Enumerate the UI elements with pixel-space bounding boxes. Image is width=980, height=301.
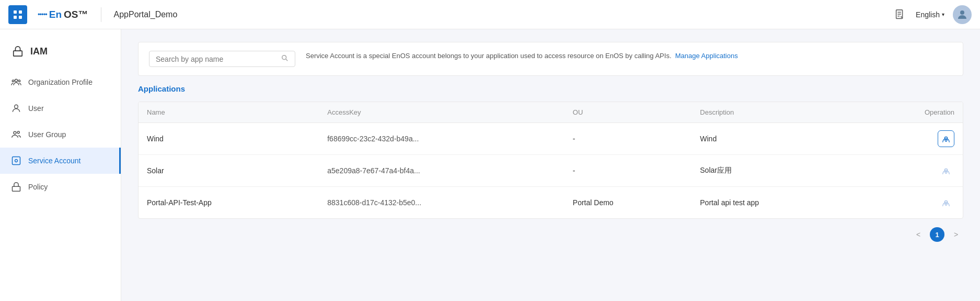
cell-description: Solar应用 (691, 155, 859, 187)
sidebar-header: IAM (0, 36, 121, 69)
prev-page-button[interactable]: < (911, 227, 926, 242)
iam-icon (10, 44, 25, 59)
nav-divider (101, 7, 101, 22)
svg-point-17 (15, 160, 18, 162)
user-icon (10, 103, 22, 114)
sidebar-item-user-group[interactable]: User Group (0, 121, 121, 148)
sidebar-item-label: Policy (28, 183, 48, 191)
table-row: Portal-API-Test-App 8831c608-d17c-4132-b… (139, 187, 963, 219)
svg-rect-0 (14, 10, 17, 14)
svg-point-12 (18, 80, 20, 82)
sidebar-item-label: Service Account (28, 157, 80, 165)
cell-accesskey: 8831c608-d17c-4132-b5e0... (319, 187, 564, 219)
col-accesskey: AccessKey (319, 102, 564, 123)
search-icon (281, 54, 289, 63)
info-description: Service Account is a special EnOS accoun… (306, 51, 952, 62)
svg-rect-18 (13, 186, 20, 191)
svg-point-10 (15, 79, 18, 82)
svg-rect-16 (13, 157, 20, 165)
pagination: < 1 > (138, 219, 963, 250)
table-row: Wind f68699cc-23c2-432d-b49a... - Wind (139, 123, 963, 155)
manage-applications-link[interactable]: Manage Applications (675, 52, 738, 60)
group-icon (10, 129, 22, 140)
cell-ou: Portal Demo (564, 187, 691, 219)
manage-icon[interactable] (938, 130, 954, 147)
chevron-down-icon: ▾ (942, 12, 944, 17)
table-row: Solar a5e209a8-7e67-47a4-bf4a... - Solar… (139, 155, 963, 187)
svg-rect-1 (19, 10, 22, 14)
svg-point-22 (944, 169, 947, 171)
cell-accesskey: a5e209a8-7e67-47a4-bf4a... (319, 155, 564, 187)
col-name: Name (139, 102, 319, 123)
svg-point-19 (282, 55, 286, 60)
col-description: Description (691, 102, 859, 123)
svg-point-23 (944, 200, 947, 203)
svg-rect-2 (14, 16, 17, 19)
doc-icon[interactable] (893, 7, 907, 22)
cell-operation (859, 155, 963, 187)
sidebar-item-org-profile[interactable]: Organization Profile (0, 69, 121, 95)
cell-accesskey: f68699cc-23c2-432d-b49a... (319, 123, 564, 155)
sidebar-item-policy[interactable]: Policy (0, 174, 121, 200)
svg-point-11 (12, 80, 14, 82)
page-number[interactable]: 1 (930, 227, 944, 242)
cell-description: Portal api test app (691, 187, 859, 219)
avatar[interactable] (953, 5, 972, 24)
logo: ••••• EnOS™ (33, 9, 88, 20)
info-bar: Service Account is a special EnOS accoun… (138, 42, 963, 76)
col-operation: Operation (859, 102, 963, 123)
manage-icon[interactable] (938, 194, 954, 211)
sidebar: IAM Organization Profile (0, 29, 121, 301)
cell-name: Solar (139, 155, 319, 187)
svg-rect-3 (19, 16, 22, 19)
main-content: Service Account is a special EnOS accoun… (121, 29, 980, 301)
sidebar-item-label: Organization Profile (28, 78, 93, 86)
col-ou: OU (564, 102, 691, 123)
cell-name: Portal-API-Test-App (139, 187, 319, 219)
cell-ou: - (564, 123, 691, 155)
cell-description: Wind (691, 123, 859, 155)
svg-point-8 (960, 10, 964, 15)
service-account-table: Name AccessKey OU Description Operation … (138, 102, 963, 219)
cell-operation (859, 187, 963, 219)
table-header-row: Name AccessKey OU Description Operation (139, 102, 963, 123)
language-selector[interactable]: English ▾ (916, 10, 944, 19)
svg-point-13 (15, 105, 18, 108)
search-input[interactable] (156, 55, 279, 63)
policy-icon (10, 181, 22, 193)
cell-name: Wind (139, 123, 319, 155)
section-title[interactable]: Applications (138, 84, 963, 93)
cell-operation (859, 123, 963, 155)
service-icon (10, 155, 22, 166)
svg-point-15 (17, 131, 19, 133)
org-icon (10, 76, 22, 88)
sidebar-item-user[interactable]: User (0, 95, 121, 121)
sidebar-item-service-account[interactable]: Service Account (0, 148, 121, 174)
svg-line-20 (286, 59, 288, 61)
search-box[interactable] (149, 51, 295, 67)
app-title: AppPortal_Demo (114, 10, 178, 19)
svg-rect-9 (14, 51, 22, 56)
manage-icon[interactable] (938, 162, 954, 179)
sidebar-item-label: User Group (28, 130, 66, 139)
grid-icon[interactable] (8, 5, 27, 24)
svg-point-21 (944, 137, 947, 139)
sidebar-item-label: User (28, 104, 44, 113)
cell-ou: - (564, 155, 691, 187)
top-nav: ••••• EnOS™ AppPortal_Demo English ▾ (0, 0, 980, 29)
next-page-button[interactable]: > (949, 227, 963, 242)
svg-point-14 (14, 131, 16, 134)
